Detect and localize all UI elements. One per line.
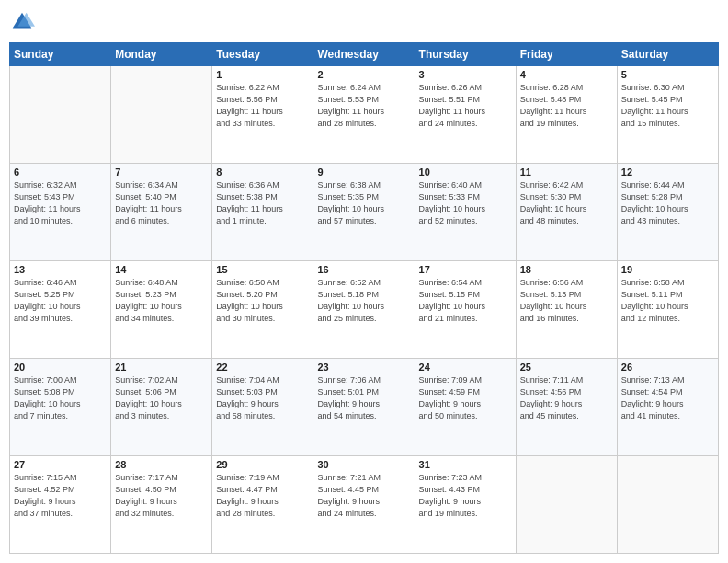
day-cell xyxy=(111,66,212,164)
day-number: 16 xyxy=(317,264,410,275)
day-cell: 19Sunrise: 6:58 AM Sunset: 5:11 PM Dayli… xyxy=(617,261,718,359)
day-number: 14 xyxy=(115,264,208,275)
day-cell: 4Sunrise: 6:28 AM Sunset: 5:48 PM Daylig… xyxy=(516,66,617,164)
day-info: Sunrise: 6:22 AM Sunset: 5:56 PM Dayligh… xyxy=(216,82,309,130)
day-cell: 8Sunrise: 6:36 AM Sunset: 5:38 PM Daylig… xyxy=(212,164,313,261)
weekday-header-saturday: Saturday xyxy=(617,43,718,66)
day-cell: 31Sunrise: 7:23 AM Sunset: 4:43 PM Dayli… xyxy=(415,456,516,554)
weekday-header-sunday: Sunday xyxy=(10,43,111,66)
day-cell xyxy=(516,456,617,554)
day-cell: 12Sunrise: 6:44 AM Sunset: 5:28 PM Dayli… xyxy=(617,164,718,261)
day-number: 28 xyxy=(115,459,208,470)
day-info: Sunrise: 6:54 AM Sunset: 5:15 PM Dayligh… xyxy=(419,277,512,325)
week-row-1: 6Sunrise: 6:32 AM Sunset: 5:43 PM Daylig… xyxy=(10,164,719,261)
day-cell: 24Sunrise: 7:09 AM Sunset: 4:59 PM Dayli… xyxy=(415,359,516,456)
day-cell: 17Sunrise: 6:54 AM Sunset: 5:15 PM Dayli… xyxy=(415,261,516,359)
day-info: Sunrise: 6:36 AM Sunset: 5:38 PM Dayligh… xyxy=(216,179,309,227)
day-number: 19 xyxy=(621,264,714,275)
day-cell: 13Sunrise: 6:46 AM Sunset: 5:25 PM Dayli… xyxy=(10,261,111,359)
weekday-header-thursday: Thursday xyxy=(415,43,516,66)
week-row-2: 13Sunrise: 6:46 AM Sunset: 5:25 PM Dayli… xyxy=(10,261,719,359)
day-cell: 3Sunrise: 6:26 AM Sunset: 5:51 PM Daylig… xyxy=(415,66,516,164)
day-cell: 27Sunrise: 7:15 AM Sunset: 4:52 PM Dayli… xyxy=(10,456,111,554)
day-cell: 14Sunrise: 6:48 AM Sunset: 5:23 PM Dayli… xyxy=(111,261,212,359)
day-cell xyxy=(617,456,718,554)
day-cell: 7Sunrise: 6:34 AM Sunset: 5:40 PM Daylig… xyxy=(111,164,212,261)
day-number: 4 xyxy=(520,69,613,80)
week-row-3: 20Sunrise: 7:00 AM Sunset: 5:08 PM Dayli… xyxy=(10,359,719,456)
calendar-table: SundayMondayTuesdayWednesdayThursdayFrid… xyxy=(9,42,719,554)
day-info: Sunrise: 6:42 AM Sunset: 5:30 PM Dayligh… xyxy=(520,179,613,227)
day-number: 9 xyxy=(317,167,410,178)
day-cell: 10Sunrise: 6:40 AM Sunset: 5:33 PM Dayli… xyxy=(415,164,516,261)
day-info: Sunrise: 7:06 AM Sunset: 5:01 PM Dayligh… xyxy=(317,374,410,422)
day-number: 11 xyxy=(520,167,613,178)
day-number: 18 xyxy=(520,264,613,275)
day-info: Sunrise: 7:00 AM Sunset: 5:08 PM Dayligh… xyxy=(14,374,107,422)
day-cell xyxy=(10,66,111,164)
day-info: Sunrise: 7:09 AM Sunset: 4:59 PM Dayligh… xyxy=(419,374,512,422)
day-info: Sunrise: 7:19 AM Sunset: 4:47 PM Dayligh… xyxy=(216,472,309,520)
day-number: 22 xyxy=(216,362,309,373)
day-info: Sunrise: 6:50 AM Sunset: 5:20 PM Dayligh… xyxy=(216,277,309,325)
day-cell: 30Sunrise: 7:21 AM Sunset: 4:45 PM Dayli… xyxy=(313,456,415,554)
day-cell: 20Sunrise: 7:00 AM Sunset: 5:08 PM Dayli… xyxy=(10,359,111,456)
day-info: Sunrise: 6:30 AM Sunset: 5:45 PM Dayligh… xyxy=(621,82,714,130)
day-info: Sunrise: 6:24 AM Sunset: 5:53 PM Dayligh… xyxy=(317,82,410,130)
day-info: Sunrise: 6:26 AM Sunset: 5:51 PM Dayligh… xyxy=(419,82,512,130)
day-info: Sunrise: 6:44 AM Sunset: 5:28 PM Dayligh… xyxy=(621,179,714,227)
day-info: Sunrise: 6:38 AM Sunset: 5:35 PM Dayligh… xyxy=(317,179,410,227)
logo xyxy=(9,9,39,35)
day-number: 6 xyxy=(14,167,107,178)
day-info: Sunrise: 7:17 AM Sunset: 4:50 PM Dayligh… xyxy=(115,472,208,520)
day-number: 3 xyxy=(419,69,512,80)
day-info: Sunrise: 6:48 AM Sunset: 5:23 PM Dayligh… xyxy=(115,277,208,325)
day-cell: 16Sunrise: 6:52 AM Sunset: 5:18 PM Dayli… xyxy=(313,261,415,359)
day-cell: 9Sunrise: 6:38 AM Sunset: 5:35 PM Daylig… xyxy=(313,164,415,261)
day-number: 7 xyxy=(115,167,208,178)
day-info: Sunrise: 6:52 AM Sunset: 5:18 PM Dayligh… xyxy=(317,277,410,325)
day-cell: 18Sunrise: 6:56 AM Sunset: 5:13 PM Dayli… xyxy=(516,261,617,359)
day-number: 20 xyxy=(14,362,107,373)
day-info: Sunrise: 7:04 AM Sunset: 5:03 PM Dayligh… xyxy=(216,374,309,422)
day-cell: 15Sunrise: 6:50 AM Sunset: 5:20 PM Dayli… xyxy=(212,261,313,359)
day-number: 1 xyxy=(216,69,309,80)
day-cell: 2Sunrise: 6:24 AM Sunset: 5:53 PM Daylig… xyxy=(313,66,415,164)
day-number: 26 xyxy=(621,362,714,373)
weekday-header-friday: Friday xyxy=(516,43,617,66)
day-number: 31 xyxy=(419,459,512,470)
day-cell: 1Sunrise: 6:22 AM Sunset: 5:56 PM Daylig… xyxy=(212,66,313,164)
day-number: 30 xyxy=(317,459,410,470)
day-number: 21 xyxy=(115,362,208,373)
day-info: Sunrise: 6:34 AM Sunset: 5:40 PM Dayligh… xyxy=(115,179,208,227)
day-info: Sunrise: 7:11 AM Sunset: 4:56 PM Dayligh… xyxy=(520,374,613,422)
page: SundayMondayTuesdayWednesdayThursdayFrid… xyxy=(0,0,728,563)
day-number: 24 xyxy=(419,362,512,373)
day-number: 8 xyxy=(216,167,309,178)
day-info: Sunrise: 7:02 AM Sunset: 5:06 PM Dayligh… xyxy=(115,374,208,422)
day-number: 12 xyxy=(621,167,714,178)
day-cell: 23Sunrise: 7:06 AM Sunset: 5:01 PM Dayli… xyxy=(313,359,415,456)
day-number: 2 xyxy=(317,69,410,80)
header xyxy=(9,9,719,35)
day-number: 10 xyxy=(419,167,512,178)
day-info: Sunrise: 6:28 AM Sunset: 5:48 PM Dayligh… xyxy=(520,82,613,130)
weekday-header-monday: Monday xyxy=(111,43,212,66)
day-cell: 5Sunrise: 6:30 AM Sunset: 5:45 PM Daylig… xyxy=(617,66,718,164)
day-cell: 29Sunrise: 7:19 AM Sunset: 4:47 PM Dayli… xyxy=(212,456,313,554)
weekday-header-tuesday: Tuesday xyxy=(212,43,313,66)
weekday-header-wednesday: Wednesday xyxy=(313,43,415,66)
day-info: Sunrise: 7:15 AM Sunset: 4:52 PM Dayligh… xyxy=(14,472,107,520)
day-cell: 21Sunrise: 7:02 AM Sunset: 5:06 PM Dayli… xyxy=(111,359,212,456)
day-info: Sunrise: 6:46 AM Sunset: 5:25 PM Dayligh… xyxy=(14,277,107,325)
day-info: Sunrise: 6:56 AM Sunset: 5:13 PM Dayligh… xyxy=(520,277,613,325)
day-number: 13 xyxy=(14,264,107,275)
day-number: 5 xyxy=(621,69,714,80)
week-row-0: 1Sunrise: 6:22 AM Sunset: 5:56 PM Daylig… xyxy=(10,66,719,164)
day-info: Sunrise: 6:58 AM Sunset: 5:11 PM Dayligh… xyxy=(621,277,714,325)
day-info: Sunrise: 7:21 AM Sunset: 4:45 PM Dayligh… xyxy=(317,472,410,520)
day-cell: 6Sunrise: 6:32 AM Sunset: 5:43 PM Daylig… xyxy=(10,164,111,261)
day-number: 29 xyxy=(216,459,309,470)
day-info: Sunrise: 6:40 AM Sunset: 5:33 PM Dayligh… xyxy=(419,179,512,227)
day-cell: 26Sunrise: 7:13 AM Sunset: 4:54 PM Dayli… xyxy=(617,359,718,456)
